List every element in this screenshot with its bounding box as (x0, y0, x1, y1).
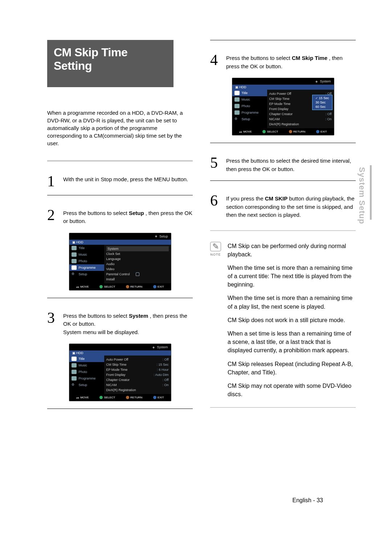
step-number: 3 (47, 312, 60, 324)
select-icon (99, 396, 103, 399)
row-nicam: NICAM: On (106, 382, 169, 387)
nav-setup: ⚙Setup (69, 271, 104, 277)
cm-skip-popup: 15 Sec 30 Sec 60 Sec (312, 95, 332, 110)
menu-install: Install (106, 277, 169, 282)
move-icon (76, 396, 79, 399)
note-item: CM Skip does not work in a still picture… (228, 316, 356, 324)
step-1: 1 With the unit in Stop mode, press the … (47, 172, 193, 188)
row-nicam: NICAM: On (269, 117, 332, 122)
divider (210, 143, 356, 143)
step-5: 5 Press the buttons to select the desire… (210, 153, 356, 173)
nav-setup: ⚙Setup (69, 382, 104, 388)
row-divx: DivX(R) Registration (269, 122, 332, 127)
row-auto-power: Auto Power Off: Off (106, 357, 169, 362)
row-chapter-creator: Chapter Creator: Off (106, 377, 169, 382)
nav-programme: Programme (69, 375, 104, 382)
divider (47, 160, 193, 162)
title-icon (234, 91, 240, 95)
select-icon (99, 285, 103, 288)
step-text: If you press the CM SKIP button during p… (226, 195, 356, 219)
divider (210, 407, 356, 408)
note-item: When the time set is more than a remaini… (228, 264, 356, 289)
step-text: Press the buttons to select Setup , then… (63, 209, 193, 226)
osd-screenshot-system: ◆System ▣ HDD Title Music Photo Programm… (69, 344, 171, 401)
programme-icon (72, 265, 77, 270)
step-number: 2 (47, 209, 60, 222)
step-text: Press the buttons to select System , the… (63, 312, 193, 337)
row-divx: DivX(R) Registration (106, 387, 169, 393)
intro-paragraph: When a programme recorded on a HDD, a DV… (47, 109, 193, 147)
diamond-icon: ◆ (152, 346, 155, 349)
popup-opt-30: 30 Sec (313, 100, 331, 105)
programme-icon (72, 376, 77, 381)
photo-icon (72, 370, 77, 374)
divider (47, 409, 193, 409)
divider (210, 40, 356, 40)
nav-music: Music (232, 96, 267, 103)
side-tab-label: System Setup (357, 167, 367, 224)
menu-video: Video (106, 267, 169, 272)
hdd-icon: ▣ (72, 240, 77, 244)
note-item: When the time set is more than a remaini… (228, 294, 356, 310)
step-number: 1 (47, 175, 60, 188)
divider (210, 180, 356, 181)
setup-icon: ⚙ (72, 383, 77, 387)
nav-programme: Programme (69, 264, 104, 271)
nav-title: Title (69, 245, 104, 251)
popup-opt-15: 15 Sec (313, 96, 331, 100)
step-number: 5 (210, 157, 222, 169)
page-title: CM Skip Time Setting (47, 40, 173, 87)
nav-photo: Photo (232, 103, 267, 109)
row-front-display: Front Display: Auto Dim (106, 372, 169, 377)
divider (47, 298, 193, 298)
step-3: 3 Press the buttons to select System , t… (47, 308, 193, 337)
menu-parental: Parental Control (106, 272, 169, 277)
exit-icon (153, 285, 156, 288)
select-icon (262, 130, 266, 133)
programme-icon (234, 110, 240, 115)
diamond-icon: ◆ (315, 80, 318, 83)
step-4: 4 Press the buttons to select CM Skip Ti… (210, 50, 356, 70)
note-label: NOTE (210, 253, 221, 256)
divider (47, 195, 193, 195)
step-number: 4 (210, 54, 222, 66)
osd-screenshot-cmskip: ◆System ▣ HDD Title Music Photo Programm… (232, 78, 334, 135)
row-ep-mode: EP Mode Time: 6 Hour (106, 367, 169, 372)
note-icon: ✎ NOTE (210, 242, 221, 256)
side-tab-bar (370, 165, 372, 220)
nav-photo: Photo (69, 258, 104, 264)
exit-icon (153, 396, 156, 399)
pencil-icon: ✎ (210, 242, 221, 251)
return-icon (289, 130, 292, 133)
note-block: ✎ NOTE CM Skip can be performed only dur… (210, 242, 356, 404)
diamond-icon: ◆ (155, 235, 157, 238)
title-icon (72, 246, 77, 250)
lock-icon (136, 272, 139, 276)
note-item: CM Skip releases Repeat (including Repea… (228, 360, 356, 377)
hdd-icon: ▣ (72, 351, 77, 355)
note-item: CM Skip may not operate with some DVD-Vi… (228, 382, 356, 398)
music-icon (234, 97, 240, 102)
move-icon (239, 130, 242, 133)
setup-icon: ⚙ (72, 272, 77, 276)
step-2: 2 Press the buttons to select Setup , th… (47, 206, 193, 226)
return-icon (126, 285, 129, 288)
row-cm-skip: CM Skip Time: 15 Sec (106, 362, 169, 367)
return-icon (126, 396, 129, 399)
exit-icon (316, 130, 319, 133)
nav-photo: Photo (69, 369, 104, 375)
music-icon (72, 252, 77, 257)
photo-icon (234, 104, 240, 108)
setup-icon: ⚙ (234, 117, 240, 121)
step-text: With the unit in Stop mode, press the ME… (63, 175, 188, 184)
nav-title: Title (232, 90, 267, 96)
hdd-icon: ▣ (235, 85, 240, 89)
row-chapter-creator: Chapter Creator: Off (269, 111, 332, 117)
step-number: 6 (210, 195, 222, 207)
osd-screenshot-setup: ◆Setup ▣ HDD Title Music Photo Programme… (69, 233, 171, 291)
nav-title: Title (69, 356, 104, 362)
popup-opt-60: 60 Sec (313, 105, 331, 109)
step-6: 6 If you press the CM SKIP button during… (210, 191, 356, 219)
move-icon (76, 285, 79, 288)
photo-icon (72, 259, 77, 263)
